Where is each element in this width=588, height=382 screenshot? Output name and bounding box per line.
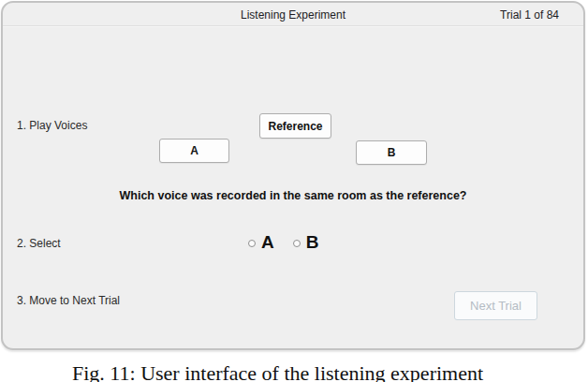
radio-b-label: B	[306, 233, 319, 251]
window-title: Listening Experiment	[3, 8, 583, 22]
voice-b-button[interactable]: B	[356, 140, 427, 165]
reference-button[interactable]: Reference	[259, 113, 331, 139]
figure-caption: Fig. 11: User interface of the listening…	[72, 361, 483, 382]
step-move-next-label: 3. Move to Next Trial	[17, 294, 120, 307]
answer-radio-group: A B	[248, 233, 318, 251]
radio-option-a[interactable]: A	[248, 233, 274, 251]
radio-b-circle-icon[interactable]	[293, 240, 301, 247]
step-play-voices-label: 1. Play Voices	[17, 119, 87, 132]
step-select-label: 2. Select	[17, 237, 61, 250]
voice-a-button[interactable]: A	[159, 139, 229, 163]
radio-option-b[interactable]: B	[293, 233, 319, 251]
figure-area: Listening Experiment Trial 1 of 84 1. Pl…	[0, 0, 588, 382]
radio-a-circle-icon[interactable]	[248, 240, 256, 247]
header-divider	[3, 25, 583, 27]
radio-a-label: A	[261, 233, 274, 251]
experiment-window: Listening Experiment Trial 1 of 84 1. Pl…	[1, 1, 585, 350]
trial-counter: Trial 1 of 84	[500, 8, 559, 22]
question-text: Which voice was recorded in the same roo…	[3, 189, 583, 202]
next-trial-button[interactable]: Next Trial	[454, 291, 537, 320]
